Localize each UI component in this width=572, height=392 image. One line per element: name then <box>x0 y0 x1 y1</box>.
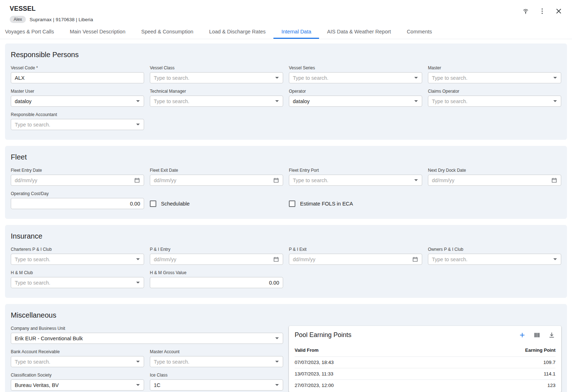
page-title: VESSEL <box>10 5 93 13</box>
master-user-select[interactable]: dataloy <box>11 96 144 107</box>
field-schedulable: Schedulable <box>150 198 283 209</box>
calendar-icon[interactable] <box>273 256 280 263</box>
hm-gross-value-input[interactable] <box>150 277 283 288</box>
calendar-icon[interactable] <box>551 177 558 184</box>
chevron-down-icon <box>275 384 279 386</box>
field-label: Operator <box>289 89 422 94</box>
pool-earning-points-actions <box>518 331 555 339</box>
field-fleet-entry-port: Fleet Entry Port Type to search. <box>289 168 422 186</box>
calendar-icon[interactable] <box>134 177 140 184</box>
ice-class-select[interactable]: 1C <box>150 379 283 391</box>
tab-comments[interactable]: Comments <box>399 25 440 39</box>
field-operator: Operator dataloy <box>289 89 422 107</box>
bank-account-receivable-select[interactable]: Type to search. <box>11 356 144 367</box>
tab-ais-data-weather-report[interactable]: AIS Data & Weather Report <box>319 25 399 39</box>
fleet-exit-date-input[interactable]: dd/mm/yy <box>150 175 283 186</box>
field-technical-manager: Technical Manager Type to search. <box>150 89 283 107</box>
earning-point-cell: 114.1 <box>544 371 555 377</box>
estimate-fols-checkbox[interactable] <box>289 200 295 207</box>
fleet-entry-port-select[interactable]: Type to search. <box>289 175 422 186</box>
schedulable-checkbox[interactable] <box>150 200 156 207</box>
field-label: H & M Gross Value <box>150 270 283 275</box>
field-label: Master Account <box>150 349 283 354</box>
add-row-icon[interactable] <box>518 331 526 339</box>
tab-voyages-port-calls[interactable]: Voyages & Port Calls <box>0 25 62 39</box>
master-select[interactable]: Type to search. <box>428 72 561 83</box>
vessel-class-select[interactable]: Type to search. <box>150 72 283 83</box>
responsible-persons-grid: Vessel Code * Vessel Class Type to searc… <box>11 65 561 130</box>
vessel-subtitle: Supramax | 9170638 | Liberia <box>29 17 93 22</box>
field-vessel-code: Vessel Code * <box>11 65 144 83</box>
next-dry-dock-date-input[interactable]: dd/mm/yy <box>428 175 561 186</box>
field-label: Vessel Class <box>150 65 283 70</box>
chevron-down-icon <box>414 179 418 181</box>
tab-speed-consumption[interactable]: Speed & Consumption <box>133 25 201 39</box>
tab-internal-data[interactable]: Internal Data <box>273 25 319 39</box>
placeholder-text: Type to search. <box>15 257 134 262</box>
internal-data-panel: Responsible Persons Vessel Code * Vessel… <box>0 39 572 392</box>
vessel-code-input[interactable] <box>11 72 144 83</box>
kebab-menu-icon[interactable] <box>538 7 546 15</box>
placeholder-text: Type to search. <box>293 75 412 81</box>
field-label: Next Dry Dock Date <box>428 168 561 173</box>
header-actions <box>522 5 563 15</box>
operating-cost-day-input[interactable] <box>11 198 144 209</box>
table-row[interactable]: 07/07/2023, 18:43 109.7 <box>295 356 555 368</box>
pi-entry-date-input[interactable]: dd/mm/yy <box>150 254 283 265</box>
chevron-down-icon <box>414 100 418 102</box>
tab-main-vessel-description[interactable]: Main Vessel Description <box>62 25 133 39</box>
operator-select[interactable]: dataloy <box>289 96 422 107</box>
field-vessel-series: Vessel Series Type to search. <box>289 65 422 83</box>
calendar-icon[interactable] <box>412 256 419 263</box>
earning-point-cell: 123 <box>547 383 555 388</box>
tab-load-discharge-rates[interactable]: Load & Discharge Rates <box>201 25 273 39</box>
field-label: Claims Operator <box>428 89 561 94</box>
placeholder-text: Type to search. <box>15 280 134 286</box>
download-icon[interactable] <box>548 331 555 339</box>
pool-earning-points-title: Pool Earning Points <box>295 331 351 339</box>
chevron-down-icon <box>553 258 557 260</box>
claims-operator-select[interactable]: Type to search. <box>428 96 561 107</box>
chevron-down-icon <box>136 124 140 125</box>
placeholder-text: Type to search. <box>15 359 134 365</box>
table-header-row: Valid From Earning Point <box>295 345 555 356</box>
table-row[interactable]: 13/07/2023, 11:33 114.1 <box>295 368 555 379</box>
calendar-icon[interactable] <box>273 177 280 184</box>
broadcast-icon[interactable] <box>522 7 530 15</box>
field-label: Responsible Accountant <box>11 112 144 117</box>
vessel-series-select[interactable]: Type to search. <box>289 72 422 83</box>
field-label: Master User <box>11 89 144 94</box>
pi-exit-date-input[interactable]: dd/mm/yy <box>289 254 422 265</box>
table-row[interactable]: 27/07/2023, 12:00 123 <box>295 379 555 391</box>
field-label: Vessel Code * <box>11 65 144 70</box>
fleet-entry-date-input[interactable]: dd/mm/yy <box>11 175 144 186</box>
hm-club-select[interactable]: Type to search. <box>11 277 144 288</box>
charterers-pi-club-select[interactable]: Type to search. <box>11 254 144 265</box>
close-icon[interactable] <box>555 7 563 15</box>
field-company-business-unit: Company and Business Unit Erik EUR - Con… <box>11 326 283 344</box>
classification-society-select[interactable]: Bureau Veritas, BV <box>11 379 144 391</box>
placeholder-text: Type to search. <box>154 75 273 81</box>
responsible-accountant-select[interactable]: Type to search. <box>11 119 144 130</box>
placeholder-text: dd/mm/yy <box>154 177 271 183</box>
master-account-select[interactable]: Type to search. <box>150 356 283 367</box>
company-business-unit-select[interactable]: Erik EUR - Conventional Bulk <box>11 333 283 344</box>
field-label: H & M Club <box>11 270 144 275</box>
pool-earning-points-table: Valid From Earning Point 07/07/2023, 18:… <box>295 345 555 391</box>
chevron-down-icon <box>275 337 279 339</box>
placeholder-text: Type to search. <box>432 75 551 81</box>
columns-icon[interactable] <box>533 331 541 339</box>
owners-pi-club-select[interactable]: Type to search. <box>428 254 561 265</box>
field-label: Operating Cost/Day <box>11 191 144 196</box>
insurance-grid: Charterers P & I Club Type to search. P … <box>11 247 561 288</box>
chevron-down-icon <box>414 77 418 79</box>
field-master: Master Type to search. <box>428 65 561 83</box>
technical-manager-select[interactable]: Type to search. <box>150 96 283 107</box>
valid-from-cell: 27/07/2023, 12:00 <box>295 383 334 388</box>
fleet-grid: Fleet Entry Date dd/mm/yy Fleet Exit Dat… <box>11 168 561 209</box>
column-header-valid-from: Valid From <box>295 347 318 353</box>
field-claims-operator: Claims Operator Type to search. <box>428 89 561 107</box>
field-label: Fleet Entry Port <box>289 168 422 173</box>
selected-value: dataloy <box>15 98 134 104</box>
header-left: VESSEL Alex Supramax | 9170638 | Liberia <box>10 5 93 23</box>
